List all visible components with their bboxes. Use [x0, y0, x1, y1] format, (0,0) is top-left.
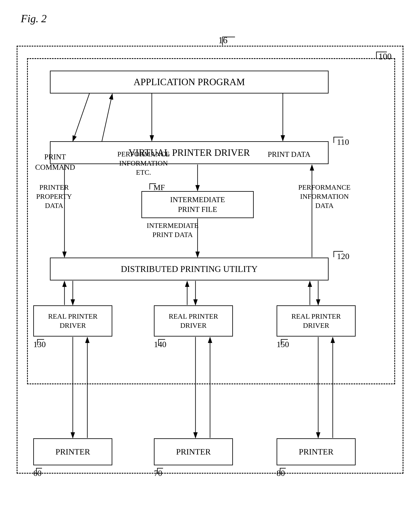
real-printer-driver-2-box: REAL PRINTER DRIVER: [154, 305, 233, 336]
distributed-printing-utility-box: DISTRIBUTED PRINTING UTILITY: [50, 258, 329, 280]
print-data-label: PRINT DATA: [266, 150, 312, 159]
figure-label: Fig. 2: [21, 12, 46, 25]
print-command-label: PRINT COMMAND: [31, 152, 79, 173]
real-printer-driver-3-box: REAL PRINTER DRIVER: [277, 305, 356, 336]
printer-1-box: PRINTER: [33, 438, 112, 465]
bracket-140: [150, 337, 167, 347]
bracket-60: [29, 466, 44, 476]
performance-info-data-label: PERFORMANCE INFORMATION DATA: [295, 183, 354, 211]
printer-2-box: PRINTER: [154, 438, 233, 465]
mf-bracket: [141, 181, 158, 191]
bracket-120: [323, 249, 344, 259]
bracket-130: [29, 337, 46, 347]
bracket-16: [202, 33, 243, 47]
bracket-100: [364, 49, 389, 60]
bracket-80: [273, 466, 287, 476]
intermediate-print-file-box: INTERMEDIATE PRINT FILE: [141, 191, 254, 218]
bracket-70: [150, 466, 165, 476]
printer-3-box: PRINTER: [277, 438, 356, 465]
bracket-150: [273, 337, 290, 347]
performance-info-etc-label: PERFORMANCE INFORMATION ETC.: [112, 150, 175, 177]
real-printer-driver-1-box: REAL PRINTER DRIVER: [33, 305, 112, 336]
application-program-box: APPLICATION PROGRAM: [50, 71, 329, 93]
printer-property-data-label: PRINTER PROPERTY DATA: [31, 183, 77, 211]
intermediate-print-data-label: INTERMEDIATE PRINT DATA: [141, 221, 204, 239]
